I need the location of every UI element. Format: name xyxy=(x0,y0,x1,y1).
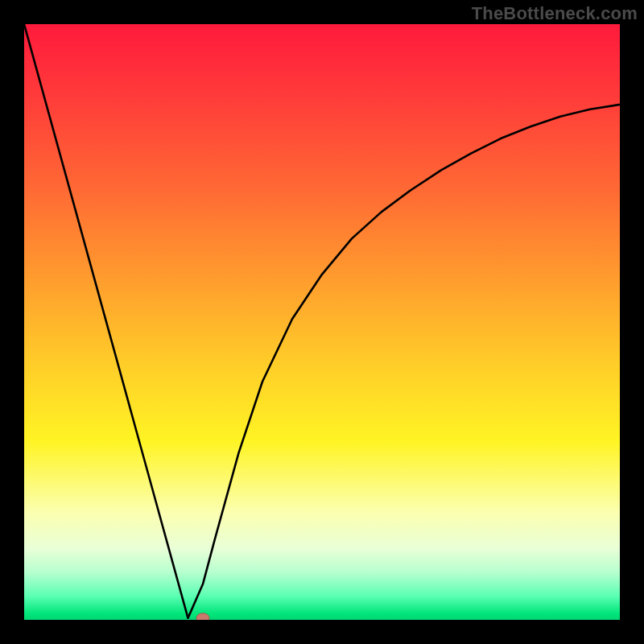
optimum-marker xyxy=(196,613,209,620)
curve-svg xyxy=(24,24,620,620)
watermark-text: TheBottleneck.com xyxy=(472,3,638,24)
chart-frame: TheBottleneck.com xyxy=(0,0,644,644)
bottleneck-curve xyxy=(24,24,620,618)
plot-area xyxy=(24,24,620,620)
